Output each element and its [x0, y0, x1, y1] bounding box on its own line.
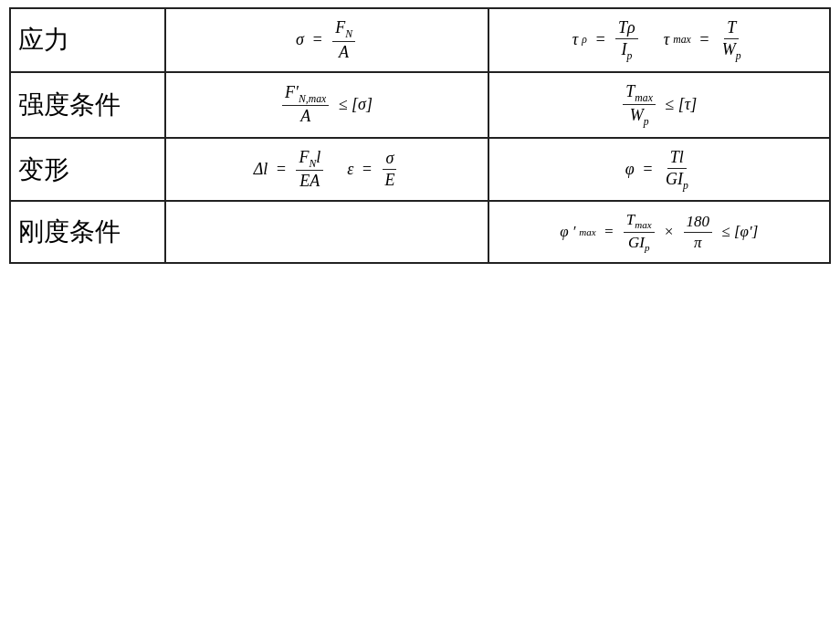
formula-strength-shear: Tmax Wp ≤ [τ] [488, 72, 830, 138]
label-stress: 应力 [10, 8, 165, 72]
formula-stress-normal: σ = FN A [165, 8, 488, 72]
formula-strength-normal: F′N,max A ≤ [σ] [165, 72, 488, 138]
formula-deformation-normal: Δl = FNl EA ε = σ E [165, 138, 488, 202]
formula-stress-shear: τρ = Tρ Ip τmax = T Wp [488, 8, 830, 72]
formula-deformation-torsion: φ = Tl GIp [488, 138, 830, 202]
table-row-stress: 应力 σ = FN A τρ = Tρ Ip [10, 8, 830, 72]
table-row-strength: 强度条件 F′N,max A ≤ [σ] Tmax Wp ≤ [τ] [10, 72, 830, 138]
label-rigidity: 刚度条件 [10, 201, 165, 263]
mechanics-table: 应力 σ = FN A τρ = Tρ Ip [9, 7, 831, 264]
label-deformation: 变形 [10, 138, 165, 202]
table-row-deformation: 变形 Δl = FNl EA ε = σ E [10, 138, 830, 202]
label-strength: 强度条件 [10, 72, 165, 138]
formula-rigidity-torsion: φ′max = Tmax GIp × 180 π ≤ [φ′] [488, 201, 830, 263]
formula-rigidity-normal [165, 201, 488, 263]
table-row-rigidity: 刚度条件 φ′max = Tmax GIp × 180 π ≤ [φ′] [10, 201, 830, 263]
